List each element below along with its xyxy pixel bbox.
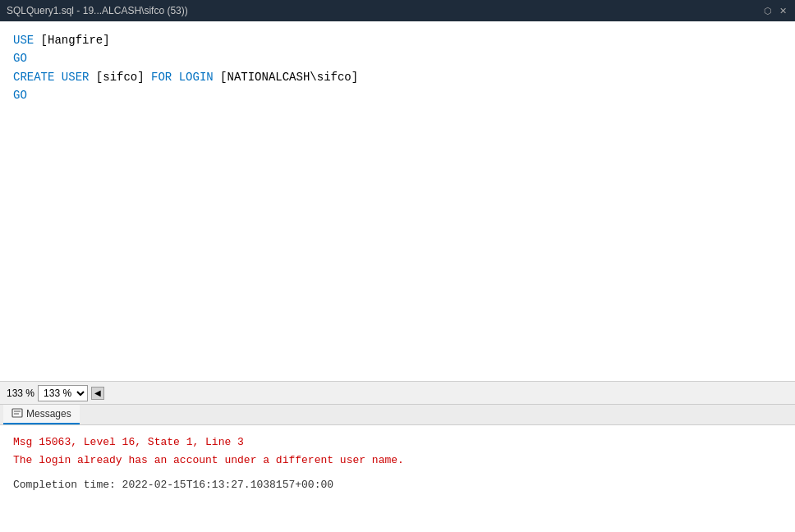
keyword-create: CREATE	[13, 68, 54, 86]
pin-icon[interactable]: ⬡	[762, 5, 774, 16]
code-line-2: GO	[13, 49, 782, 67]
messages-content: Msg 15063, Level 16, State 1, Line 3 The…	[0, 425, 795, 532]
code-line-1: USE [Hangfire]	[13, 31, 782, 49]
code-line-4: GO	[13, 86, 782, 104]
code-space-1	[54, 68, 61, 86]
title-bar-controls: ⬡ ✕	[762, 5, 788, 16]
status-bar: 133 % 133 % 100 % 150 % ◀	[0, 381, 795, 404]
keyword-use: USE	[13, 31, 34, 49]
svg-rect-0	[12, 409, 22, 417]
messages-tab-icon	[11, 408, 23, 420]
close-icon[interactable]: ✕	[777, 5, 788, 16]
keyword-go-2: GO	[13, 86, 27, 104]
code-line-3: CREATE USER [sifco] FOR LOGIN [NATIONALC…	[13, 68, 782, 86]
code-nationalcash: [NATIONALCASH\sifco]	[214, 68, 358, 86]
title-bar-text: SQLQuery1.sql - 19...ALCASH\sifco (53))	[7, 5, 762, 16]
keyword-go-1: GO	[13, 49, 27, 67]
completion-time: Completion time: 2022-02-15T16:13:27.103…	[13, 476, 782, 494]
tab-messages[interactable]: Messages	[3, 405, 80, 424]
code-space-2	[172, 68, 178, 86]
code-sifco: [sifco]	[89, 68, 151, 86]
code-text-hangfire: [Hangfire]	[34, 31, 109, 49]
editor-area[interactable]: USE [Hangfire] GO CREATE USER [sifco] FO…	[0, 21, 795, 381]
zoom-value: 133 %	[7, 388, 34, 399]
title-bar: SQLQuery1.sql - 19...ALCASH\sifco (53)) …	[0, 0, 795, 21]
tab-messages-label: Messages	[26, 408, 71, 420]
keyword-user: USER	[62, 68, 90, 86]
keyword-for: FOR	[151, 68, 172, 86]
scroll-left-arrow[interactable]: ◀	[91, 387, 104, 400]
keyword-login: LOGIN	[179, 68, 214, 86]
zoom-dropdown[interactable]: 133 % 100 % 150 %	[38, 385, 88, 401]
zoom-control[interactable]: 133 % 133 % 100 % 150 % ◀	[7, 385, 104, 401]
messages-panel: Messages Msg 15063, Level 16, State 1, L…	[0, 404, 795, 532]
messages-tab-bar: Messages	[0, 405, 795, 425]
error-message-2: The login already has an account under a…	[13, 452, 782, 470]
error-message-1: Msg 15063, Level 16, State 1, Line 3	[13, 433, 782, 452]
